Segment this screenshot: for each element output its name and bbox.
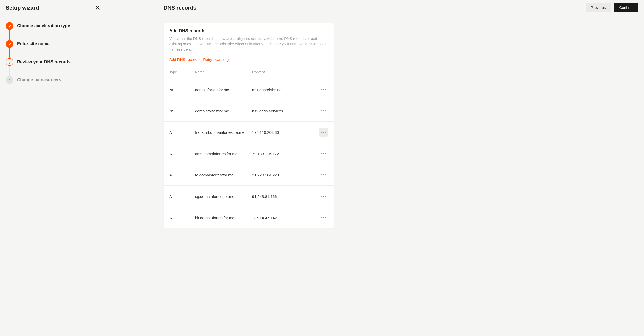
sidebar-title: Setup wizard xyxy=(6,5,39,11)
step-connector xyxy=(9,66,10,76)
step-change-nameservers[interactable]: 4 Change nameservers xyxy=(6,76,101,84)
table-row: Ahk.domainfortestfor.me185.14.47.142 xyxy=(164,207,334,228)
dns-content: 31.223.184.223 xyxy=(247,164,313,186)
card-title: Add DNS records xyxy=(169,28,328,33)
sidebar-header: Setup wizard xyxy=(0,0,107,15)
dns-name: to.domainfortestfor.me xyxy=(189,164,247,186)
step-label: Change nameservers xyxy=(17,77,61,83)
more-icon[interactable] xyxy=(319,192,328,201)
dns-content: ns1.gcorelabs.net xyxy=(247,79,313,100)
step-connector xyxy=(9,48,10,58)
dns-type: A xyxy=(164,143,189,164)
step-choose-acceleration-type[interactable]: Choose acceleration type xyxy=(6,22,101,30)
wizard-sidebar: Setup wizard Choose acceleration type xyxy=(0,0,107,336)
dns-name: frankfurt.domainfortestfor.me xyxy=(189,122,247,143)
main-panel: DNS records Previous Confirm Add DNS rec… xyxy=(107,0,644,336)
table-header-content: Content xyxy=(247,65,313,79)
close-icon[interactable] xyxy=(95,5,100,11)
dns-name: domainfortestfor.me xyxy=(189,100,247,122)
step-number-icon: 3 xyxy=(6,58,13,66)
more-icon[interactable] xyxy=(319,85,328,94)
step-label: Enter site name xyxy=(17,41,50,47)
add-dns-record-link[interactable]: Add DNS record xyxy=(169,57,197,62)
table-row: NSdomainfortestfor.mens1.gcorelabs.net xyxy=(164,79,334,100)
step-enter-site-name[interactable]: Enter site name xyxy=(6,40,101,48)
dns-type: A xyxy=(164,122,189,143)
step-label: Review your DNS records xyxy=(17,59,71,65)
retry-scanning-link[interactable]: Retry scanning xyxy=(203,57,229,62)
dns-type: A xyxy=(164,207,189,228)
table-row: Aams.domainfortestfor.me79.133.126.172 xyxy=(164,143,334,164)
dns-name: ams.domainfortestfor.me xyxy=(189,143,247,164)
dns-content: ns2.gcdn.services xyxy=(247,100,313,122)
table-header-actions xyxy=(313,65,334,79)
table-row: NSdomainfortestfor.mens2.gcdn.services xyxy=(164,100,334,122)
checkmark-icon xyxy=(6,40,13,48)
table-row: Ato.domainfortestfor.me31.223.184.223 xyxy=(164,164,334,186)
dns-content: 176.119.203.30 xyxy=(247,122,313,143)
dns-name: domainfortestfor.me xyxy=(189,79,247,100)
more-icon[interactable] xyxy=(319,149,328,158)
header-actions: Previous Confirm xyxy=(586,3,638,12)
dns-type: A xyxy=(164,186,189,207)
dns-content: 79.133.126.172 xyxy=(247,143,313,164)
main-body: Add DNS records Verify that the DNS reco… xyxy=(107,15,644,336)
dns-row-actions xyxy=(313,207,334,228)
dns-type: A xyxy=(164,164,189,186)
dns-row-actions xyxy=(313,122,334,143)
checkmark-icon xyxy=(6,22,13,30)
dns-records-card: Add DNS records Verify that the DNS reco… xyxy=(164,23,334,228)
step-number-icon: 4 xyxy=(6,76,13,84)
dns-type: NS xyxy=(164,79,189,100)
table-row: Afrankfurt.domainfortestfor.me176.119.20… xyxy=(164,122,334,143)
card-description: Verify that the DNS records below are co… xyxy=(169,36,328,52)
step-connector xyxy=(9,30,10,40)
dns-row-actions xyxy=(313,100,334,122)
dns-records-table: Type Name Content NSdomainfortestfor.men… xyxy=(164,65,334,228)
more-icon[interactable] xyxy=(319,171,328,179)
main-header: DNS records Previous Confirm xyxy=(107,0,644,15)
more-icon[interactable] xyxy=(319,213,328,222)
dns-row-actions xyxy=(313,143,334,164)
wizard-steps: Choose acceleration type Enter site name… xyxy=(0,15,107,91)
dns-name: sg.domainfortestfor.me xyxy=(189,186,247,207)
confirm-button[interactable]: Confirm xyxy=(614,3,638,12)
table-header-name: Name xyxy=(189,65,247,79)
card-actions: Add DNS record Retry scanning xyxy=(169,57,328,62)
table-row: Asg.domainfortestfor.me91.243.81.166 xyxy=(164,186,334,207)
dns-content: 91.243.81.166 xyxy=(247,186,313,207)
dns-content: 185.14.47.142 xyxy=(247,207,313,228)
dns-name: hk.domainfortestfor.me xyxy=(189,207,247,228)
more-icon[interactable] xyxy=(319,128,328,137)
table-header-type: Type xyxy=(164,65,189,79)
dns-row-actions xyxy=(313,79,334,100)
dns-row-actions xyxy=(313,164,334,186)
more-icon[interactable] xyxy=(319,107,328,115)
previous-button[interactable]: Previous xyxy=(586,3,611,12)
step-label: Choose acceleration type xyxy=(17,23,70,29)
dns-row-actions xyxy=(313,186,334,207)
page-title: DNS records xyxy=(164,5,196,11)
app-root: Setup wizard Choose acceleration type xyxy=(0,0,644,336)
step-review-dns-records[interactable]: 3 Review your DNS records xyxy=(6,58,101,66)
dns-type: NS xyxy=(164,100,189,122)
